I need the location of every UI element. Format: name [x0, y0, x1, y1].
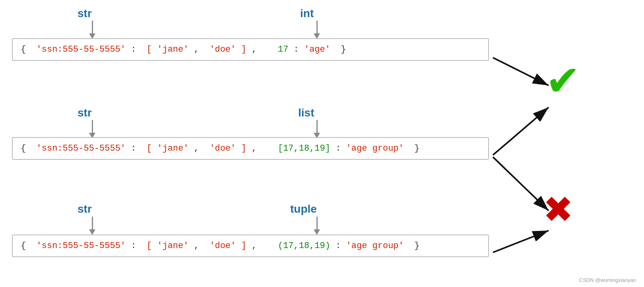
row1-age-val: 'age': [304, 45, 330, 54]
row2-list-close: ]: [241, 144, 246, 153]
row3-list-close: ]: [241, 241, 246, 251]
row1-val-type-label: int: [300, 7, 314, 20]
row3-val-type-label: tuple: [290, 203, 317, 215]
row3-colon1: :: [131, 241, 141, 251]
row3-comma2: ,: [252, 241, 273, 251]
row2-doe: 'doe': [209, 144, 236, 153]
row3-open-brace: {: [21, 241, 31, 251]
row2-ssn-key: 'ssn:555-55-5555': [37, 144, 126, 153]
row1-close-brace: }: [336, 45, 346, 54]
row3-age-group-val: 'age group': [346, 241, 404, 251]
row2-open-brace: {: [21, 144, 31, 153]
row1-key-type-label: str: [78, 7, 92, 20]
row1-colon2: :: [294, 45, 299, 54]
diagram-container: str int { 'ssn:555-55-5555' : [ 'jane' ,…: [0, 0, 644, 287]
row1-jane: 'jane': [157, 45, 188, 54]
svg-line-2: [493, 107, 549, 155]
row1-colon1: :: [131, 45, 141, 54]
row3-close-brace: }: [409, 241, 419, 251]
row2-val-type-label: list: [298, 107, 314, 119]
row1-int-arrow: [314, 21, 320, 39]
row1-open-brace: {: [21, 45, 31, 54]
svg-line-1: [493, 58, 549, 85]
row3-doe: 'doe': [209, 241, 236, 251]
row3-dict-box: { 'ssn:555-55-5555' : [ 'jane' , 'doe' ]…: [12, 235, 489, 257]
row2-list-arrow: [314, 120, 320, 138]
row2-age-group-val: 'age group': [346, 144, 404, 153]
row1-str-arrow: [89, 21, 95, 39]
row2-colon2: :: [336, 144, 341, 153]
row3-list-open: [: [147, 241, 152, 251]
row1-dict-box: { 'ssn:555-55-5555' : [ 'jane' , 'doe' ]…: [12, 38, 489, 61]
svg-line-3: [493, 157, 549, 211]
row2-comma2: ,: [252, 144, 273, 153]
row1-comma2: ,: [252, 45, 273, 54]
row1-doe: 'doe': [209, 45, 236, 54]
row1-comma1: ,: [194, 45, 204, 54]
row2-key-type-label: str: [78, 107, 92, 119]
watermark: CSDN @wumingxiaoyao: [579, 277, 636, 283]
crossmark-icon: ✖: [545, 189, 573, 237]
row3-str-arrow: [89, 217, 95, 235]
row2-list-key: [17,18,19]: [278, 144, 330, 153]
row2-str-arrow: [89, 120, 95, 138]
row2-jane: 'jane': [157, 144, 188, 153]
row1-list-close: ]: [241, 45, 246, 54]
svg-line-4: [493, 231, 549, 252]
row2-close-brace: }: [409, 144, 419, 153]
row3-colon2: :: [336, 241, 341, 251]
row3-ssn-key: 'ssn:555-55-5555': [37, 241, 126, 251]
checkmark-icon: ✔: [549, 58, 577, 105]
row2-dict-box: { 'ssn:555-55-5555' : [ 'jane' , 'doe' ]…: [12, 137, 489, 160]
row3-tuple-key: (17,18,19): [278, 241, 330, 251]
row1-list-open: [: [147, 45, 152, 54]
row3-tuple-arrow: [314, 217, 320, 235]
row3-jane: 'jane': [157, 241, 188, 251]
row2-comma1: ,: [194, 144, 204, 153]
row3-key-type-label: str: [78, 203, 92, 215]
row1-ssn-key: 'ssn:555-55-5555': [37, 45, 126, 54]
row1-int-key: 17: [278, 45, 288, 54]
row2-list-open: [: [147, 144, 152, 153]
row3-comma1: ,: [194, 241, 204, 251]
row2-colon1: :: [131, 144, 141, 153]
